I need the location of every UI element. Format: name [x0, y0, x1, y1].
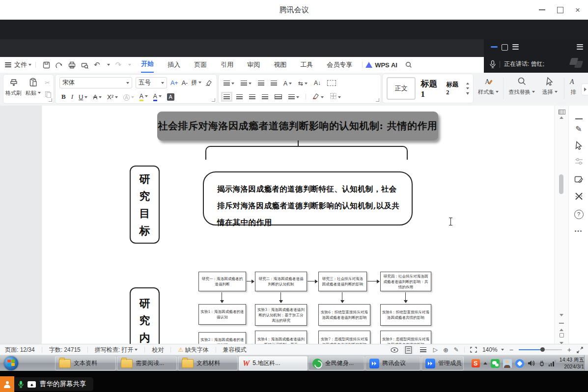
increase-indent-button[interactable] — [271, 81, 277, 85]
ruler-toggle-icon[interactable] — [559, 110, 565, 114]
menu-home[interactable]: 开始 — [141, 56, 154, 73]
collapse-icon[interactable] — [569, 112, 588, 121]
phonetic-guide-button[interactable]: 拼 — [191, 79, 201, 87]
web-view-icon[interactable]: ⊕ — [443, 346, 448, 354]
spellcheck-status[interactable]: 拼写检查: 打开 — [95, 346, 138, 354]
notes-tool-icon[interactable] — [569, 175, 588, 186]
shrink-font-button[interactable]: A- — [182, 80, 188, 86]
shading-button[interactable] — [312, 92, 324, 101]
menu-page[interactable]: 页面 — [194, 57, 207, 73]
save-icon[interactable] — [43, 61, 50, 69]
group-expand-icon[interactable] — [212, 98, 215, 102]
styles-up-icon[interactable] — [466, 83, 469, 84]
cursor-tool-icon[interactable] — [569, 141, 588, 152]
menu-tools[interactable]: 工具 — [300, 57, 313, 73]
taskbar-folder-2[interactable]: 需要阅读... — [117, 356, 177, 370]
show-desktop-button[interactable] — [584, 355, 588, 371]
file-menu[interactable]: 文件 — [14, 60, 27, 69]
font-color-button[interactable]: A — [153, 92, 162, 101]
scroll-up-icon[interactable] — [560, 116, 563, 119]
superscript-button[interactable]: X² — [107, 93, 118, 101]
distribute-button[interactable] — [275, 94, 282, 99]
select-button[interactable]: 选择 — [538, 77, 561, 96]
proofread-button[interactable]: 校对 — [152, 346, 164, 354]
menu-member[interactable]: 会员专享 — [327, 57, 352, 73]
align-right-button[interactable] — [249, 94, 255, 99]
char-shading-button[interactable]: A — [167, 93, 174, 101]
sogou-icon[interactable]: S — [472, 359, 480, 367]
align-left-button[interactable] — [224, 94, 230, 99]
line-spacing-button[interactable] — [288, 92, 299, 101]
style-heading2[interactable]: 标题 2 — [446, 81, 461, 96]
taskbar-fitness[interactable]: 全民健身... — [308, 356, 364, 370]
wechat-icon[interactable] — [491, 359, 500, 368]
next-page-button[interactable] — [559, 337, 564, 344]
network-icon[interactable] — [538, 360, 545, 367]
show-marks-button[interactable] — [327, 80, 336, 86]
export-icon[interactable] — [56, 61, 63, 69]
tools-wand-icon[interactable] — [569, 192, 588, 202]
highlight-button[interactable]: A — [140, 92, 148, 101]
close-icon[interactable]: × — [575, 6, 580, 14]
undo-icon[interactable]: ↶ — [94, 60, 100, 69]
undo-chevron-icon[interactable] — [107, 64, 110, 66]
maximize-icon[interactable] — [557, 7, 563, 13]
word-count[interactable]: 字数: 24715 — [49, 346, 81, 354]
outline-view-icon[interactable] — [419, 346, 428, 354]
eye-protect-icon[interactable] — [391, 347, 398, 353]
sidebar-toggle-icon[interactable] — [577, 44, 583, 50]
bold-button[interactable]: B — [61, 93, 66, 101]
screen-share-banner[interactable]: 曹华的屏幕共享 — [14, 377, 93, 391]
scrollbar-thumb[interactable] — [559, 174, 563, 194]
style-set-button[interactable]: A 样式集 — [475, 77, 502, 96]
start-button[interactable] — [4, 356, 18, 370]
page-indicator[interactable]: 页面: 12/34 — [5, 346, 35, 354]
font-size-select[interactable]: 五号 — [136, 77, 167, 88]
menu-insert[interactable]: 插入 — [168, 57, 180, 73]
zoom-chevron-icon[interactable] — [501, 349, 504, 351]
italic-button[interactable]: I — [71, 93, 73, 101]
file-menu-icon[interactable] — [5, 62, 11, 68]
underline-button[interactable]: U — [79, 93, 87, 101]
text-direction-button[interactable]: A — [283, 79, 292, 87]
menu-reference[interactable]: 引用 — [221, 57, 233, 73]
bullet-list-button[interactable] — [224, 79, 234, 87]
contact-avatar[interactable] — [503, 359, 512, 368]
taskbar-wps[interactable]: W5.地区科... — [239, 356, 308, 370]
style-heading1[interactable]: 标题 1 — [420, 78, 441, 99]
read-mode-icon[interactable]: ▷ — [433, 346, 438, 353]
menu-view[interactable]: 视图 — [274, 57, 286, 73]
menu-review[interactable]: 审阅 — [247, 57, 260, 73]
wps-menu-icon[interactable] — [512, 44, 519, 50]
style-normal[interactable]: 正文 — [387, 77, 416, 100]
zoom-slider[interactable] — [519, 349, 562, 350]
pencil-tool-icon[interactable]: ✎ — [569, 124, 588, 134]
more-tools-icon[interactable]: ••• — [569, 228, 588, 234]
styles-more-icon[interactable] — [466, 92, 469, 95]
search-icon[interactable] — [405, 61, 412, 68]
tray-expand-icon[interactable] — [483, 362, 487, 364]
scroll-down-icon[interactable] — [560, 314, 563, 316]
format-painter-button[interactable]: 格式刷 — [5, 78, 22, 97]
settings-sliders-icon[interactable] — [569, 158, 588, 167]
taskbar-folder-1[interactable]: 文本资料 — [55, 356, 116, 370]
ribbon-more-button[interactable] — [581, 84, 588, 95]
help-icon[interactable]: ? — [569, 209, 588, 219]
zoom-slider-knob[interactable] — [540, 347, 545, 352]
tray-clock[interactable]: 14:43 周五 2024/3/1 — [560, 357, 584, 369]
wps-ai-button[interactable]: WPS AI — [365, 61, 397, 69]
strikethrough-button[interactable]: A — [93, 93, 102, 101]
find-replace-button[interactable]: 查找替换 — [506, 77, 537, 96]
taskbar-members[interactable]: 管理成员 — [421, 356, 464, 370]
fullscreen-icon[interactable] — [577, 347, 583, 353]
write-mode-icon[interactable]: ✎ — [454, 346, 459, 353]
paste-button[interactable]: 粘贴 — [26, 78, 41, 97]
focus-mode-icon[interactable] — [470, 347, 477, 353]
borders-button[interactable] — [330, 92, 341, 101]
meeting-tray-icon[interactable] — [515, 359, 524, 368]
wps-maximize-icon[interactable] — [502, 44, 508, 51]
minimize-icon[interactable] — [539, 9, 545, 10]
styles-down-icon[interactable] — [466, 87, 469, 89]
numbered-list-button[interactable] — [241, 79, 252, 87]
justify-button[interactable] — [262, 94, 268, 99]
